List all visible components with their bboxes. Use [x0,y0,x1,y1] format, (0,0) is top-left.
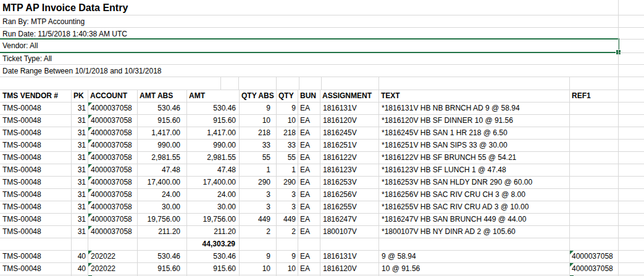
cell-assignment[interactable]: 1816120V [320,262,378,275]
column-header-amt-abs[interactable]: AMT ABS [137,90,186,102]
cell-qty[interactable]: 33 [276,139,298,151]
cell-text[interactable]: *1816245V HB SAN 1 HR 218 @ 6.50 [378,127,569,139]
cell-tms-vendor[interactable]: TMS-00048 [0,102,71,114]
cell-pk[interactable]: 31 [71,151,88,164]
cell-account[interactable]: 4000037058 [88,102,137,114]
cell-account[interactable]: 4000037058 [88,127,137,139]
cell-tms-vendor[interactable]: TMS-00048 [0,188,71,201]
cell-qty-abs[interactable]: 33 [239,139,276,151]
cell-assignment[interactable]: 1816122V [320,151,378,164]
cell-pk[interactable]: 31 [71,225,88,238]
cell-assignment[interactable]: 1816256V [320,188,378,201]
subtotal-amt[interactable]: 44,303.29 [186,238,239,250]
column-header-account[interactable]: ACCOUNT [88,90,137,102]
cell-amt[interactable]: 990.00 [186,139,239,151]
cell-tms-vendor[interactable]: TMS-00048 [0,151,71,164]
cell-bun[interactable]: EA [298,139,320,151]
cell-qty-abs[interactable]: 9 [239,102,276,114]
cell-amt[interactable]: 1,417.00 [186,127,239,139]
cell-tms-vendor[interactable]: TMS-00048 [0,213,71,225]
cell-pk[interactable]: 31 [71,176,88,188]
cell-assignment[interactable]: 1816251V [320,139,378,151]
cell-bun[interactable]: EA [298,102,320,114]
cell-bun[interactable]: EA [298,225,320,238]
cell-qty-abs[interactable]: 3 [239,201,276,213]
cell-qty-abs[interactable]: 218 [239,127,276,139]
column-header-qty[interactable]: QTY [276,90,298,102]
cell-pk[interactable]: 40 [71,250,88,262]
cell-amt-abs[interactable]: 19,756.00 [137,213,186,225]
cell-pk[interactable]: 31 [71,201,88,213]
cell-pk[interactable]: 31 [71,213,88,225]
cell-account[interactable]: 4000037058 [88,201,137,213]
cell-pk[interactable]: 31 [71,127,88,139]
cell-amt-abs[interactable]: 915.60 [137,262,186,275]
cell-pk[interactable]: 31 [71,102,88,114]
cell-tms-vendor[interactable]: TMS-00048 [0,176,71,188]
cell-amt-abs[interactable]: 530.46 [137,102,186,114]
cell-bun[interactable]: EA [298,151,320,164]
cell-amt[interactable]: 2,981.55 [186,151,239,164]
column-header-pk[interactable]: PK [71,90,88,102]
cell-account[interactable]: 4000037058 [88,164,137,176]
cell-text[interactable]: *1816253V HB SAN HLDY DNR 290 @ 60.00 [378,176,569,188]
cell-tms-vendor[interactable]: TMS-00048 [0,250,71,262]
cell-text[interactable]: 10 @ 91.56 [378,262,569,275]
column-header-tms-vendor[interactable]: TMS VENDOR # [0,90,71,102]
cell-account[interactable]: 4000037058 [88,139,137,151]
cell-qty[interactable]: 10 [276,262,298,275]
cell-amt[interactable]: 530.46 [186,250,239,262]
cell-assignment[interactable]: 1800107V [320,225,378,238]
cell-amt-abs[interactable]: 24.00 [137,188,186,201]
cell-qty[interactable]: 2 [276,225,298,238]
ran-by-cell[interactable]: Ran By: MTP Accounting [2,15,85,28]
cell-tms-vendor[interactable]: TMS-00048 [0,139,71,151]
cell-text[interactable]: *1816122V HB SF BRUNCH 55 @ 54.21 [378,151,569,164]
cell-amt[interactable]: 211.20 [186,225,239,238]
cell-bun[interactable]: EA [298,201,320,213]
cell-qty[interactable]: 9 [276,102,298,114]
cell-assignment[interactable]: 1816131V [320,102,378,114]
cell-account[interactable]: 4000037058 [88,151,137,164]
cell-qty[interactable]: 290 [276,176,298,188]
cell-amt[interactable]: 915.60 [186,114,239,127]
cell-assignment[interactable]: 1816253V [320,176,378,188]
cell-qty[interactable]: 449 [276,213,298,225]
cell-amt-abs[interactable]: 990.00 [137,139,186,151]
cell-assignment[interactable]: 1816123V [320,164,378,176]
cell-amt[interactable]: 17,400.00 [186,176,239,188]
cell-text[interactable]: *1816131V HB NB BRNCH AD 9 @ 58.94 [378,102,569,114]
cell-text[interactable]: 9 @ 58.94 [378,250,569,262]
date-range-cell[interactable]: Date Range Between 10/1/2018 and 10/31/2… [2,65,162,77]
cell-text[interactable]: *1800107V HB NY DINR AD 2 @ 105.60 [378,225,569,238]
cell-account[interactable]: 4000037058 [88,213,137,225]
cell-bun[interactable]: EA [298,127,320,139]
cell-amt-abs[interactable]: 30.00 [137,201,186,213]
cell-amt[interactable]: 47.48 [186,164,239,176]
cell-bun[interactable]: EA [298,262,320,275]
cell-text[interactable]: *1816123V HB SF LUNCH 1 @ 47.48 [378,164,569,176]
cell-amt[interactable]: 530.46 [186,102,239,114]
cell-account[interactable]: 4000037058 [88,114,137,127]
ticket-type-cell[interactable]: Ticket Type: All [2,52,52,65]
column-header-assignment[interactable]: ASSIGNMENT [320,90,378,102]
cell-assignment[interactable]: 1816131V [320,250,378,262]
cell-text[interactable]: *1816256V HB SAC RIV CRU CH 3 @ 8.00 [378,188,569,201]
column-header-text[interactable]: TEXT [378,90,569,102]
cell-amt[interactable]: 24.00 [186,188,239,201]
cell-assignment[interactable]: 1816245V [320,127,378,139]
cell-account[interactable]: 4000037058 [88,176,137,188]
cell-amt-abs[interactable]: 211.20 [137,225,186,238]
cell-qty-abs[interactable]: 1 [239,164,276,176]
cell-tms-vendor[interactable]: TMS-00048 [0,127,71,139]
cell-account[interactable]: 202022 [88,250,137,262]
cell-amt[interactable]: 915.60 [186,262,239,275]
cell-assignment[interactable]: 1816120V [320,114,378,127]
cell-amt-abs[interactable]: 530.46 [137,250,186,262]
cell-qty-abs[interactable]: 9 [239,250,276,262]
cell-bun[interactable]: EA [298,188,320,201]
cell-text[interactable]: *1816255V HB SAC RIV CRU AD 3 @ 10.00 [378,201,569,213]
cell-amt-abs[interactable]: 915.60 [137,114,186,127]
cell-amt-abs[interactable]: 2,981.55 [137,151,186,164]
cell-amt-abs[interactable]: 47.48 [137,164,186,176]
